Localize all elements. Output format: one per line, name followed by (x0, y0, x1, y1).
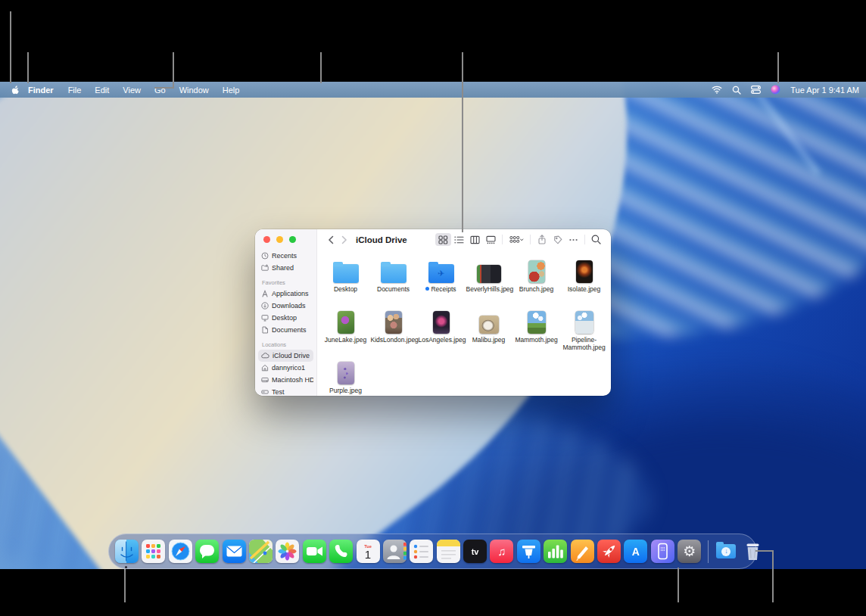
dock-numbers-icon[interactable] (544, 540, 567, 563)
dock-rocket-icon[interactable] (597, 540, 621, 563)
desktop-display-icon (261, 314, 269, 322)
sidebar-item-applications[interactable]: Applications (258, 288, 313, 300)
ellipsis-icon (569, 235, 578, 244)
sidebar-item-macintosh-hd[interactable]: Macintosh HD (258, 374, 313, 386)
sidebar-item-dannyrico1[interactable]: dannyrico1 (258, 362, 313, 374)
callout-line-status-menus (777, 52, 779, 83)
siri-icon[interactable] (771, 85, 780, 95)
minimize-button[interactable] (276, 236, 283, 243)
finder-window: Recents Shared Favorites Applications Do… (255, 229, 611, 396)
tags-button[interactable] (550, 233, 565, 246)
calendar-day: 1 (365, 549, 371, 560)
menu-bar-clock[interactable]: Tue Apr 1 9:41 AM (790, 86, 859, 95)
sidebar-item-icloud-drive[interactable]: iCloud Drive (258, 350, 313, 362)
icloud-status-dot (425, 287, 429, 291)
callout-line-trash-connector (755, 550, 774, 552)
file-documents[interactable]: Documents (369, 253, 417, 303)
menu-finder[interactable]: Finder (22, 86, 61, 95)
sidebar-item-downloads[interactable]: Downloads (258, 300, 313, 312)
dock-safari-icon[interactable] (169, 540, 192, 563)
sidebar-item-test[interactable]: Test (258, 386, 313, 396)
file-brunch[interactable]: Brunch.jpeg (512, 253, 560, 303)
dock-launchpad-icon[interactable] (142, 540, 165, 563)
file-kidslondon[interactable]: KidsLondon.jpeg (369, 303, 417, 354)
file-isolate[interactable]: Isolate.jpeg (560, 253, 608, 303)
sidebar-section-locations: Locations (262, 341, 316, 348)
search-button[interactable] (588, 233, 604, 246)
callout-line-finder-window (462, 52, 463, 232)
dock-messages-icon[interactable] (195, 540, 219, 563)
finder-sidebar: Recents Shared Favorites Applications Do… (255, 229, 317, 396)
finder-toolbar: iCloud Drive (317, 229, 611, 250)
photo-thumbnail (479, 316, 499, 334)
close-button[interactable] (263, 236, 270, 243)
file-junelake[interactable]: JuneLake.jpeg (322, 303, 369, 354)
toolbar-separator (502, 235, 503, 244)
sidebar-item-desktop[interactable]: Desktop (258, 312, 313, 324)
gear-glyph: ⚙ (683, 544, 696, 558)
list-view-icon (454, 235, 464, 244)
dock-divider (708, 540, 709, 563)
sidebar-item-documents[interactable]: Documents (258, 324, 313, 336)
dock-notes-icon[interactable] (437, 540, 460, 563)
home-icon (261, 364, 269, 372)
dock-system-settings-icon[interactable]: ⚙ (678, 540, 701, 563)
sidebar-item-recents[interactable]: Recents (258, 250, 313, 262)
zoom-button[interactable] (289, 236, 296, 243)
traffic-lights (263, 236, 296, 243)
file-desktop[interactable]: Desktop (322, 253, 369, 303)
photo-thumbnail (338, 311, 354, 334)
menu-view[interactable]: View (116, 86, 148, 95)
dock-reminders-icon[interactable] (410, 540, 433, 563)
dock-photos-icon[interactable] (276, 540, 299, 563)
gallery-view-button[interactable] (483, 233, 499, 246)
internal-drive-icon (261, 376, 269, 384)
apple-menu[interactable] (7, 85, 22, 95)
back-button[interactable] (324, 235, 338, 244)
dock-contacts-icon[interactable] (383, 540, 407, 563)
sidebar-item-shared[interactable]: Shared (258, 262, 313, 274)
folder-icon (381, 264, 407, 283)
file-pipeline-mammoth[interactable]: Pipeline-Mammoth.jpeg (560, 303, 608, 354)
dock-music-icon[interactable]: ♫ (490, 540, 513, 563)
tag-icon (553, 235, 562, 244)
dock-finder-icon[interactable] (115, 540, 139, 563)
desktop: Finder File Edit View Go Window Help (0, 82, 866, 569)
icon-view-button[interactable] (435, 233, 451, 246)
file-mammoth[interactable]: Mammoth.jpeg (512, 303, 560, 354)
file-purple[interactable]: Purple.jpeg (322, 354, 369, 396)
column-view-button[interactable] (467, 233, 483, 246)
dock-appstore-icon[interactable]: A (624, 540, 647, 563)
wifi-icon[interactable] (712, 86, 722, 94)
menu-help[interactable]: Help (216, 86, 247, 95)
dock-pages-icon[interactable] (571, 540, 594, 563)
share-button[interactable] (534, 233, 550, 246)
group-button[interactable] (506, 233, 527, 246)
dock-keynote-icon[interactable] (517, 540, 540, 563)
dock-phone-icon[interactable] (329, 540, 353, 563)
spotlight-search-icon[interactable] (732, 86, 741, 95)
file-malibu[interactable]: Malibu.jpeg (465, 303, 512, 354)
menu-file[interactable]: File (61, 86, 89, 95)
dock-facetime-icon[interactable] (303, 540, 326, 563)
dock-downloads-icon[interactable]: ↓ (715, 540, 738, 563)
file-losangeles[interactable]: LosAngeles.jpeg (417, 303, 465, 354)
search-icon (591, 235, 601, 244)
dock-maps-icon[interactable] (249, 540, 273, 563)
list-view-button[interactable] (451, 233, 467, 246)
control-center-icon[interactable] (751, 86, 761, 94)
dock-mail-icon[interactable] (223, 540, 246, 563)
more-button[interactable] (565, 233, 581, 246)
forward-button[interactable] (338, 235, 351, 244)
sidebar-section-favorites: Favorites (262, 279, 316, 286)
callout-line-app-menu (27, 52, 29, 83)
file-beverlyhills[interactable]: BeverlyHills.jpeg (465, 253, 512, 303)
dock-iphone-mirroring-icon[interactable] (651, 540, 674, 563)
dock-calendar-icon[interactable]: Tue 1 (357, 540, 380, 563)
gallery-view-icon (486, 235, 496, 244)
file-receipts[interactable]: ✈ Receipts (417, 253, 465, 303)
dock-tv-icon[interactable]: tv (463, 540, 487, 563)
menu-edit[interactable]: Edit (88, 86, 116, 95)
document-icon (261, 326, 269, 334)
menu-window[interactable]: Window (173, 86, 216, 95)
